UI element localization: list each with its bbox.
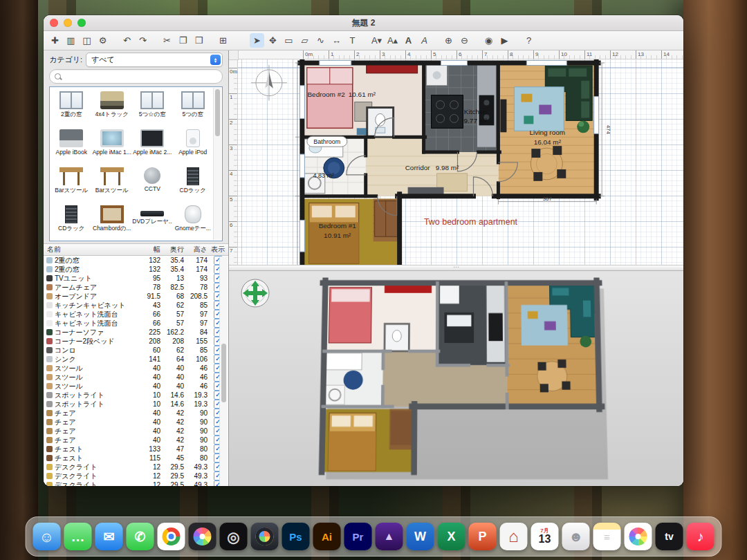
table-row[interactable]: シンク 141 64 106 ✓ [44, 355, 228, 364]
catalog-item[interactable]: Apple iBook [51, 127, 92, 165]
table-row[interactable]: キャビネット洗面台 66 57 97 ✓ [44, 310, 228, 319]
dock-item[interactable]: ✆ [127, 523, 154, 550]
dock-item[interactable]: X [438, 523, 465, 550]
dock-item[interactable]: W [407, 523, 434, 550]
toolbar-button[interactable]: ✚ [48, 33, 62, 48]
room-label-bedroom2[interactable]: Bedroom #210.61 m² [307, 91, 376, 98]
catalog-item[interactable]: Apple iMac 1... [92, 127, 133, 165]
toolbar-button[interactable]: ◉ [481, 33, 496, 48]
toolbar-button[interactable]: ➤ [250, 33, 264, 48]
toolbar-button[interactable]: ▱ [297, 33, 312, 48]
plan-annotation[interactable]: Two bedroom apartment [424, 217, 518, 227]
table-row[interactable]: チェア 40 42 90 ✓ [44, 409, 228, 418]
table-row[interactable]: デスクライト 12 29.5 49.3 ✓ [44, 472, 228, 480]
3d-navigation-control[interactable] [240, 278, 270, 308]
dock-item[interactable]: Ps [282, 523, 310, 550]
search-input[interactable] [64, 72, 217, 82]
catalog-scrollbar[interactable] [213, 88, 221, 240]
dock-item[interactable]: tv [656, 523, 683, 550]
table-row[interactable]: スツール 40 40 46 ✓ [44, 382, 228, 391]
floor-plan-svg[interactable]: 367 474 Bedroom #210.61 m² Kitchen [238, 59, 683, 265]
toolbar-button[interactable]: A▴ [385, 33, 400, 48]
toolbar-button[interactable]: ❒ [192, 33, 206, 48]
table-row[interactable]: スポットライト 10 14.6 19.3 ✓ [44, 391, 228, 400]
toolbar-button[interactable]: ▥ [64, 33, 78, 48]
table-row[interactable]: チェスト 133 47 80 ✓ [44, 445, 228, 454]
toolbar-button[interactable]: ⊖ [457, 33, 472, 48]
dock-item[interactable]: ☻ [562, 523, 590, 550]
dock-item[interactable]: 7月 13 [531, 523, 559, 550]
plan-3d-splitter[interactable]: ⋯ [229, 265, 683, 271]
table-row[interactable]: コーナー2段ベッド 208 208 155 ✓ [44, 337, 228, 346]
toolbar-button[interactable]: ❐ [176, 33, 190, 48]
minimize-button[interactable] [64, 19, 72, 27]
catalog-item[interactable]: Barスツール [51, 165, 92, 203]
table-row[interactable]: 2重の窓 132 35.4 174 ✓ [44, 265, 228, 274]
table-row[interactable]: スツール 40 40 46 ✓ [44, 364, 228, 373]
table-row[interactable]: キャビネット洗面台 66 57 97 ✓ [44, 319, 228, 328]
catalog-item[interactable]: Gnomeテー... [173, 203, 214, 241]
close-button[interactable] [50, 19, 58, 27]
column-name[interactable]: 名前 [44, 245, 137, 254]
catalog-item[interactable]: CDラック [51, 203, 92, 241]
compass[interactable] [251, 65, 287, 101]
table-row[interactable]: 2重の窓 132 35.4 174 ✓ [44, 256, 228, 265]
catalog-item[interactable]: 5つの窓 [173, 88, 214, 127]
toolbar-button[interactable]: A▾ [369, 33, 384, 48]
table-row[interactable]: スポットライト 10 14.6 19.3 ✓ [44, 400, 228, 409]
dock-item[interactable]: Pr [344, 523, 372, 550]
column-height[interactable]: 高さ [184, 245, 208, 254]
dock-item[interactable]: P [469, 523, 497, 550]
table-row[interactable]: チェスト 115 45 80 ✓ [44, 454, 228, 463]
dock-item[interactable]: ☺ [33, 523, 61, 550]
table-row[interactable]: アームチェア 78 82.5 78 ✓ [44, 283, 228, 292]
room-label-bedroom1[interactable]: Bedroom #1 [319, 222, 357, 230]
dock-item[interactable]: ◎ [220, 523, 248, 550]
search-field[interactable] [49, 69, 223, 84]
table-row[interactable]: チェア 40 42 90 ✓ [44, 427, 228, 436]
table-row[interactable]: チェア 40 42 90 ✓ [44, 418, 228, 427]
table-row[interactable]: コンロ 60 62 85 ✓ [44, 346, 228, 355]
catalog-item[interactable]: CCTV [132, 165, 173, 203]
toolbar-button[interactable]: ? [522, 33, 536, 48]
toolbar-button[interactable]: ◫ [80, 33, 94, 48]
table-scrollbar[interactable] [219, 256, 228, 486]
dock-item[interactable]: ≡ [593, 523, 621, 550]
dock-item[interactable]: ♪ [687, 523, 714, 550]
dock-item[interactable]: ✉ [95, 523, 123, 550]
dock-item[interactable]: ▲ [376, 523, 403, 550]
toolbar-button[interactable]: ⊞ [216, 33, 230, 48]
furniture-table-header[interactable]: 名前 幅 奥行 高さ 表示 [44, 243, 228, 256]
view-3d-svg[interactable] [229, 272, 683, 486]
column-visible[interactable]: 表示 [208, 245, 228, 254]
toolbar-button[interactable]: A [401, 33, 416, 48]
toolbar-button[interactable]: ✂ [160, 33, 174, 48]
toolbar-button[interactable]: A [417, 33, 432, 48]
category-select[interactable]: すべて ▲▼ [86, 53, 223, 67]
dock-item[interactable]: Ai [313, 523, 341, 550]
catalog-item[interactable]: 4x4トラック [92, 88, 133, 127]
dock-item[interactable] [189, 523, 216, 550]
table-row[interactable]: スツール 40 40 46 ✓ [44, 373, 228, 382]
zoom-window-button[interactable] [77, 19, 86, 27]
toolbar-button[interactable]: ∿ [313, 33, 328, 48]
toolbar-button[interactable]: ⚙ [95, 33, 110, 48]
catalog-item[interactable]: Apple iPod [173, 127, 214, 165]
catalog-item[interactable]: Apple iMac 2... [132, 127, 173, 165]
table-row[interactable]: コーナーソファ 225 162.2 84 ✓ [44, 328, 228, 337]
table-row[interactable]: デスクライト 12 29.5 49.3 ✓ [44, 463, 228, 472]
toolbar-button[interactable]: T [345, 33, 360, 48]
dock-item[interactable] [158, 523, 185, 550]
dock-item[interactable] [251, 523, 279, 550]
table-row[interactable]: TVユニット 95 13 93 ✓ [44, 274, 228, 283]
view-3d[interactable] [229, 271, 683, 486]
catalog-item[interactable]: DVDプレーヤ... [132, 203, 173, 241]
room-label-kitchen[interactable]: Kitchen [464, 108, 487, 115]
plan-canvas[interactable]: 367 474 Bedroom #210.61 m² Kitchen [238, 59, 683, 265]
catalog-item[interactable]: Barスツール [92, 165, 133, 203]
toolbar-button[interactable]: ↔ [329, 33, 344, 48]
toolbar-button[interactable]: ↷ [136, 33, 150, 48]
dock-item[interactable]: ⌂ [500, 523, 528, 550]
table-row[interactable]: オープンドア 91.5 68 208.5 ✓ [44, 292, 228, 301]
catalog-item[interactable]: Chambordの... [92, 203, 133, 241]
